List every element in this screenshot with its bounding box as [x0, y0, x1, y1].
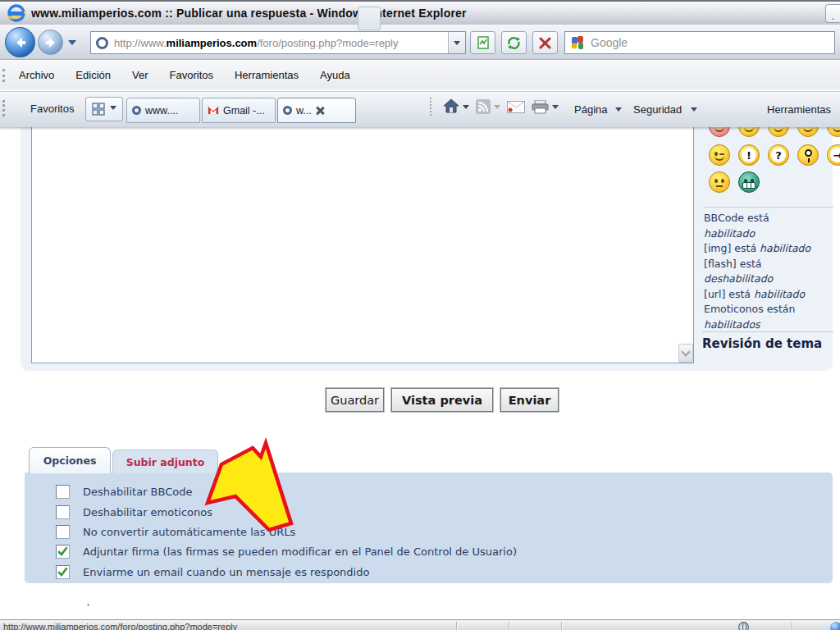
close-tab-icon[interactable] — [316, 107, 324, 115]
textarea-scroll-down-button[interactable] — [678, 344, 693, 363]
site-favicon-icon — [96, 37, 108, 49]
cool-emoticon-icon[interactable] — [827, 127, 840, 137]
bbcode-status-line: [url] está habilitado — [704, 287, 840, 303]
status-partial-icon — [830, 622, 840, 630]
window-title: www.miliamperios.com :: Publicar una res… — [31, 7, 467, 20]
stop-button[interactable] — [532, 31, 558, 54]
print-icon[interactable] — [532, 100, 549, 114]
refresh-button[interactable] — [501, 31, 527, 54]
checkbox-label[interactable]: No convertir automáticamente las URLs — [83, 526, 295, 538]
search-input[interactable]: Google — [564, 31, 835, 54]
checkbox-label[interactable]: Deshabilitar BBCode — [83, 486, 193, 498]
home-dropdown-icon[interactable] — [463, 105, 469, 112]
window-control-button[interactable]: . — [825, 4, 840, 23]
menu-edicion[interactable]: Edición — [65, 62, 121, 89]
safety-dropdown-icon[interactable] — [691, 107, 697, 115]
save-button[interactable]: Guardar — [326, 388, 384, 412]
refresh-icon — [507, 36, 521, 50]
bbcode-status-line: BBCode está — [704, 211, 840, 226]
idea-emoticon-icon[interactable] — [797, 144, 819, 166]
separator — [704, 207, 833, 208]
menu-bar: Archivo Edición Ver Favoritos Herramient… — [0, 61, 840, 90]
option-checkbox-row: Deshabilitar emoticonos — [56, 504, 212, 520]
options-panel: Deshabilitar BBCodeDeshabilitar emoticon… — [25, 472, 833, 583]
option-checkbox-row: No convertir automáticamente las URLs — [56, 523, 295, 540]
address-bar[interactable]: http://www.miliamperios.com/foro/posting… — [90, 31, 466, 54]
chevron-down-icon — [681, 347, 690, 356]
menu-herramientas[interactable]: Herramientas — [224, 62, 309, 89]
favorites-tab-bar: w... www.... Gmail -... — [0, 91, 840, 127]
chevron-down-icon — [110, 106, 116, 113]
checkbox-label[interactable]: Adjuntar firma (las firmas se pueden mod… — [83, 546, 517, 558]
quick-tabs-button[interactable] — [85, 97, 123, 121]
tab-subir-adjunto[interactable]: Subir adjunto — [112, 450, 218, 473]
back-button[interactable] — [5, 27, 35, 57]
bbcode-status-line: [img] está habilitado — [704, 241, 840, 257]
favorites-button[interactable]: Favoritos — [30, 103, 74, 115]
safety-menu-button[interactable]: Seguridad — [633, 103, 682, 116]
exclaim-emoticon-icon[interactable]: ! — [738, 144, 760, 166]
tools-menu-button[interactable]: Herramientas — [767, 103, 831, 116]
wink-emoticon-icon[interactable] — [709, 144, 730, 166]
tab-opciones[interactable]: Opciones — [29, 447, 111, 473]
checkbox-unchecked[interactable] — [56, 485, 70, 499]
checkbox-unchecked[interactable] — [56, 525, 70, 539]
smiley-row-clipped — [702, 127, 840, 138]
smile-emoticon-icon[interactable] — [738, 127, 760, 137]
compatibility-view-button[interactable] — [470, 31, 495, 54]
status-url-text: http://www.miliamperios.com/foro/posting… — [3, 622, 237, 630]
navigation-bar: http://www.miliamperios.com/foro/posting… — [0, 25, 840, 60]
bbcode-status-line: Emoticonos están — [704, 302, 840, 317]
browser-tab-1[interactable]: www.... — [126, 98, 200, 123]
window-border — [0, 0, 840, 2]
menu-ayuda[interactable]: Ayuda — [309, 62, 361, 89]
back-arrow-icon — [14, 36, 27, 49]
status-separator — [561, 622, 563, 630]
checkbox-label[interactable]: Deshabilitar emoticonos — [83, 506, 212, 518]
google-logo-icon — [571, 36, 584, 49]
status-separator — [792, 622, 793, 630]
menu-favoritos[interactable]: Favoritos — [159, 62, 224, 89]
grin-emoticon-icon[interactable] — [797, 127, 819, 137]
menu-ver[interactable]: Ver — [121, 62, 159, 89]
bbcode-status-line: habilitados — [704, 317, 840, 333]
toolbar-grip[interactable] — [2, 100, 5, 116]
toolbar-grip[interactable] — [2, 69, 5, 82]
home-icon[interactable] — [443, 98, 459, 113]
title-bar[interactable]: www.miliamperios.com :: Publicar una res… — [0, 2, 840, 25]
submit-button[interactable]: Enviar — [500, 388, 559, 412]
new-tab-stub[interactable] — [358, 7, 381, 30]
checkbox-unchecked[interactable] — [56, 505, 70, 519]
checkbox-checked[interactable] — [56, 545, 70, 559]
option-checkbox-row: Deshabilitar BBCode — [56, 483, 193, 500]
mr-green-emoticon-icon[interactable] — [738, 171, 760, 193]
message-textarea[interactable] — [31, 121, 694, 363]
feeds-dropdown-icon — [494, 105, 500, 112]
internet-zone-globe-icon — [738, 622, 749, 630]
page-chart-icon — [477, 36, 490, 49]
checkbox-label[interactable]: Enviarme un email cuando un mensaje es r… — [83, 566, 369, 578]
rss-feed-icon — [476, 99, 491, 114]
preview-button[interactable]: Vista previa — [391, 388, 493, 412]
browser-tab-gmail[interactable]: Gmail -... — [202, 98, 276, 123]
address-url[interactable]: http://www.miliamperios.com/foro/posting… — [114, 37, 448, 49]
checkbox-checked[interactable] — [56, 565, 70, 579]
sad-emoticon-icon[interactable] — [768, 127, 789, 137]
bbcode-status-line: deshabilitado — [704, 272, 840, 287]
address-dropdown-button[interactable] — [448, 32, 465, 53]
separator — [702, 331, 833, 332]
menu-archivo[interactable]: Archivo — [8, 62, 65, 89]
browser-tab-active[interactable]: w... — [277, 98, 356, 123]
read-mail-icon[interactable] — [507, 101, 525, 113]
toolbar-separator — [430, 98, 431, 116]
razz-emoticon-icon[interactable] — [709, 127, 730, 137]
page-menu-button[interactable]: Página — [574, 103, 607, 116]
neutral-emoticon-icon[interactable] — [709, 171, 730, 193]
status-separator — [509, 622, 510, 630]
forward-button[interactable] — [38, 30, 63, 55]
bbcode-status-text: BBCode estáhabilitado[img] está habilita… — [704, 211, 840, 332]
question-emoticon-icon[interactable]: ? — [768, 144, 789, 166]
print-dropdown-icon[interactable] — [552, 105, 559, 112]
page-dropdown-icon[interactable] — [615, 107, 622, 115]
recent-pages-dropdown[interactable] — [68, 40, 76, 49]
